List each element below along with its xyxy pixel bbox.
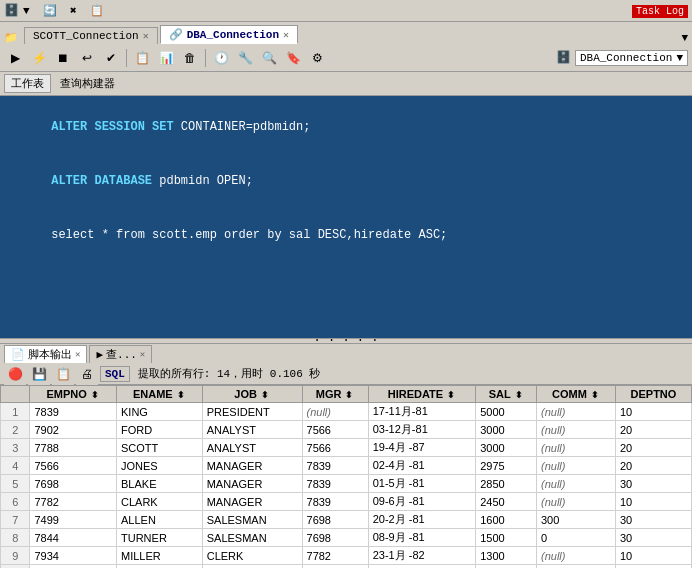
- script-output-label: 脚本输出: [28, 347, 72, 362]
- explain-btn[interactable]: 📋: [131, 47, 153, 69]
- cell-r1-c4: 7566: [302, 421, 368, 439]
- row-number: 2: [1, 421, 30, 439]
- col-sal[interactable]: SAL ⬍: [476, 386, 537, 403]
- commit-btn[interactable]: ✔: [100, 47, 122, 69]
- cell-r3-c4: 7839: [302, 457, 368, 475]
- row-number: 4: [1, 457, 30, 475]
- col-hiredate[interactable]: HIREDATE ⬍: [368, 386, 475, 403]
- rollback-btn[interactable]: ↩: [76, 47, 98, 69]
- cell-r5-c3: MANAGER: [202, 493, 302, 511]
- sql-history-btn[interactable]: 🕐: [210, 47, 232, 69]
- cell-r8-c1: 7934: [30, 547, 117, 565]
- scott-tab-label: SCOTT_Connection: [33, 30, 139, 42]
- cell-r1-c2: FORD: [117, 421, 203, 439]
- cell-r3-c3: MANAGER: [202, 457, 302, 475]
- table-row[interactable]: 17839KINGPRESIDENT(null)17-11月-815000(nu…: [1, 403, 692, 421]
- cell-r6-c5: 20-2月 -81: [368, 511, 475, 529]
- query-tab-close[interactable]: ✕: [140, 349, 145, 360]
- cell-r4-c2: BLAKE: [117, 475, 203, 493]
- result-print-btn[interactable]: 🖨: [76, 363, 98, 385]
- tools-btn[interactable]: ⚙: [306, 47, 328, 69]
- editor-line-3: select * from scott.emp order by sal DES…: [8, 208, 684, 262]
- autotrace-btn[interactable]: 📊: [155, 47, 177, 69]
- connection-dropdown[interactable]: DBA_Connection ▼: [575, 50, 688, 66]
- table-row[interactable]: 37788SCOTTANALYST756619-4月 -873000(null)…: [1, 439, 692, 457]
- connection-selector: 🗄️ DBA_Connection ▼: [556, 50, 688, 66]
- tab-dba[interactable]: 🔗 DBA_Connection ✕: [160, 25, 298, 44]
- dropdown-arrow: ▼: [676, 52, 683, 64]
- col-mgr[interactable]: MGR ⬍: [302, 386, 368, 403]
- scott-tab-close[interactable]: ✕: [143, 30, 149, 42]
- tab-script-output[interactable]: 📄 脚本输出 ✕: [4, 345, 87, 363]
- query-builder-btn[interactable]: 查询构建器: [53, 74, 122, 93]
- search-btn[interactable]: 🔍: [258, 47, 280, 69]
- cell-r2-c4: 7566: [302, 439, 368, 457]
- cell-r8-c3: CLERK: [202, 547, 302, 565]
- cell-r6-c4: 7698: [302, 511, 368, 529]
- col-job[interactable]: JOB ⬍: [202, 386, 302, 403]
- cell-r8-c5: 23-1月 -82: [368, 547, 475, 565]
- col-empno[interactable]: EMPNO ⬍: [30, 386, 117, 403]
- cell-r1-c1: 7902: [30, 421, 117, 439]
- sql-editor[interactable]: ALTER SESSION SET CONTAINER=pdbmidn; ALT…: [0, 96, 692, 338]
- cell-r5-c2: CLARK: [117, 493, 203, 511]
- cell-r0-c4: (null): [302, 403, 368, 421]
- cell-r0-c3: PRESIDENT: [202, 403, 302, 421]
- table-row[interactable]: 67782CLARKMANAGER783909-6月 -812450(null)…: [1, 493, 692, 511]
- table-row[interactable]: 57698BLAKEMANAGER783901-5月 -812850(null)…: [1, 475, 692, 493]
- result-run-btn[interactable]: 🔴: [4, 363, 26, 385]
- cell-r9-c5: 22-2月 -81: [368, 565, 475, 569]
- cell-r1-c5: 03-12月-81: [368, 421, 475, 439]
- cell-r6-c7: 300: [536, 511, 615, 529]
- main-toolbar: ▶ ⚡ ⏹ ↩ ✔ 📋 📊 🗑 🕐 🔧 🔍 🔖 ⚙ 🗄️ DBA_Connect…: [0, 44, 692, 72]
- run-btn[interactable]: ▶: [4, 47, 26, 69]
- worksheet-btn[interactable]: 工作表: [4, 74, 51, 93]
- col-ename[interactable]: ENAME ⬍: [117, 386, 203, 403]
- cell-r0-c5: 17-11月-81: [368, 403, 475, 421]
- query-icon: ▶: [96, 348, 103, 361]
- cell-r0-c7: (null): [536, 403, 615, 421]
- table-row[interactable]: 47566JONESMANAGER783902-4月 -812975(null)…: [1, 457, 692, 475]
- cell-r2-c6: 3000: [476, 439, 537, 457]
- cell-r0-c1: 7839: [30, 403, 117, 421]
- cell-r8-c8: 10: [615, 547, 691, 565]
- table-row[interactable]: 97934MILLERCLERK778223-1月 -821300(null)1…: [1, 547, 692, 565]
- clear-btn[interactable]: 🗑: [179, 47, 201, 69]
- cell-r9-c6: 1250: [476, 565, 537, 569]
- cell-r8-c6: 1300: [476, 547, 537, 565]
- editor-line-4: [8, 262, 684, 280]
- table-row[interactable]: 77499ALLENSALESMAN769820-2月 -81160030030: [1, 511, 692, 529]
- col-comm[interactable]: COMM ⬍: [536, 386, 615, 403]
- sql-button[interactable]: SQL: [100, 366, 130, 382]
- script-output-close[interactable]: ✕: [75, 349, 80, 360]
- dba-tab-close[interactable]: ✕: [283, 29, 289, 41]
- table-row[interactable]: 107521WARDSALESMAN769822-2月 -81125050030: [1, 565, 692, 569]
- cell-r4-c7: (null): [536, 475, 615, 493]
- cell-r9-c2: WARD: [117, 565, 203, 569]
- cell-r1-c8: 20: [615, 421, 691, 439]
- tab-query[interactable]: ▶ 查... ✕: [89, 345, 152, 363]
- sub-toolbar: 工作表 查询构建器: [0, 72, 692, 96]
- expand-icon: ▼: [681, 32, 688, 44]
- cell-r9-c7: 500: [536, 565, 615, 569]
- stop-btn[interactable]: ⏹: [52, 47, 74, 69]
- result-copy-btn[interactable]: 📋: [52, 363, 74, 385]
- table-row[interactable]: 27902FORDANALYST756603-12月-813000(null)2…: [1, 421, 692, 439]
- result-table-container[interactable]: EMPNO ⬍ ENAME ⬍ JOB ⬍ MGR ⬍ HIREDATE ⬍ S…: [0, 385, 692, 568]
- row-number: 6: [1, 493, 30, 511]
- bookmark-btn[interactable]: 🔖: [282, 47, 304, 69]
- table-row[interactable]: 87844TURNERSALESMAN769808-9月 -811500030: [1, 529, 692, 547]
- col-deptno[interactable]: DEPTNO: [615, 386, 691, 403]
- cell-r8-c7: (null): [536, 547, 615, 565]
- editor-wrapper: ALTER SESSION SET CONTAINER=pdbmidn; ALT…: [0, 96, 692, 338]
- cell-r7-c1: 7844: [30, 529, 117, 547]
- format-btn[interactable]: 🔧: [234, 47, 256, 69]
- result-save-btn[interactable]: 💾: [28, 363, 50, 385]
- cell-r5-c7: (null): [536, 493, 615, 511]
- cell-r6-c3: SALESMAN: [202, 511, 302, 529]
- editor-line-5: [8, 280, 684, 298]
- cell-r5-c4: 7839: [302, 493, 368, 511]
- tab-scott[interactable]: SCOTT_Connection ✕: [24, 27, 158, 44]
- editor-line-2: ALTER DATABASE pdbmidn OPEN;: [8, 154, 684, 208]
- run-script-btn[interactable]: ⚡: [28, 47, 50, 69]
